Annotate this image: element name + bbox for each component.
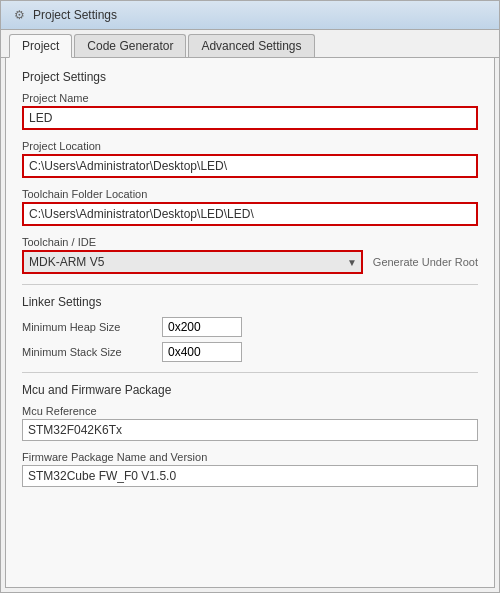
- title-bar: ⚙ Project Settings: [1, 1, 499, 30]
- mcu-section-title: Mcu and Firmware Package: [22, 383, 478, 397]
- toolchain-folder-input[interactable]: [22, 202, 478, 226]
- min-heap-label: Minimum Heap Size: [22, 321, 162, 333]
- section-title: Project Settings: [22, 70, 478, 84]
- mcu-reference-label: Mcu Reference: [22, 405, 478, 417]
- project-name-input[interactable]: [22, 106, 478, 130]
- min-stack-label: Minimum Stack Size: [22, 346, 162, 358]
- toolchain-row: MDK-ARM V4 MDK-ARM V5 EWARM SW4STM32 Tru…: [22, 250, 478, 274]
- project-name-group: Project Name: [22, 92, 478, 130]
- mcu-reference-input[interactable]: [22, 419, 478, 441]
- toolchain-folder-group: Toolchain Folder Location: [22, 188, 478, 226]
- project-name-label: Project Name: [22, 92, 478, 104]
- mcu-section: Mcu and Firmware Package Mcu Reference F…: [22, 383, 478, 487]
- toolchain-ide-label: Toolchain / IDE: [22, 236, 478, 248]
- toolchain-select-wrapper: MDK-ARM V4 MDK-ARM V5 EWARM SW4STM32 Tru…: [22, 250, 363, 274]
- tab-advanced-settings[interactable]: Advanced Settings: [188, 34, 314, 57]
- linker-section-title: Linker Settings: [22, 295, 478, 309]
- tab-content: Project Settings Project Name Project Lo…: [5, 58, 495, 588]
- firmware-label: Firmware Package Name and Version: [22, 451, 478, 463]
- window-title: Project Settings: [33, 8, 117, 22]
- linker-settings-section: Linker Settings Minimum Heap Size Minimu…: [22, 295, 478, 362]
- firmware-input[interactable]: [22, 465, 478, 487]
- separator-2: [22, 372, 478, 373]
- min-heap-input[interactable]: [162, 317, 242, 337]
- project-location-label: Project Location: [22, 140, 478, 152]
- toolchain-ide-group: Toolchain / IDE MDK-ARM V4 MDK-ARM V5 EW…: [22, 236, 478, 274]
- tab-code-generator[interactable]: Code Generator: [74, 34, 186, 57]
- generate-under-root-label: Generate Under Root: [373, 256, 478, 268]
- min-stack-input[interactable]: [162, 342, 242, 362]
- mcu-reference-group: Mcu Reference: [22, 405, 478, 441]
- min-stack-row: Minimum Stack Size: [22, 342, 478, 362]
- toolchain-folder-label: Toolchain Folder Location: [22, 188, 478, 200]
- project-location-group: Project Location: [22, 140, 478, 178]
- tab-bar: Project Code Generator Advanced Settings: [1, 30, 499, 58]
- window-icon: ⚙: [11, 7, 27, 23]
- toolchain-ide-select[interactable]: MDK-ARM V4 MDK-ARM V5 EWARM SW4STM32 Tru…: [24, 252, 361, 272]
- separator-1: [22, 284, 478, 285]
- project-location-input[interactable]: [22, 154, 478, 178]
- project-settings-window: ⚙ Project Settings Project Code Generato…: [0, 0, 500, 593]
- tab-project[interactable]: Project: [9, 34, 72, 58]
- firmware-group: Firmware Package Name and Version: [22, 451, 478, 487]
- min-heap-row: Minimum Heap Size: [22, 317, 478, 337]
